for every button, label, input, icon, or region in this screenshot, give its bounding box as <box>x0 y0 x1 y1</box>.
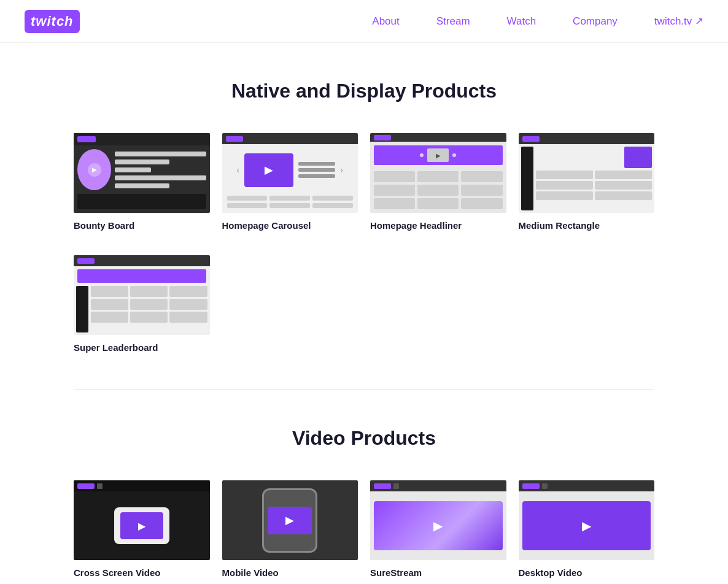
video-product-grid: ▶ Cross Screen Video ▶ Mobile Video <box>74 480 654 578</box>
nav-company[interactable]: Company <box>573 15 618 27</box>
video-section-title: Video Products <box>74 427 654 450</box>
headliner-label: Homepage Headliner <box>370 220 506 231</box>
product-homepage-carousel[interactable]: ‹ ▶ › Homepage Carousel <box>222 133 358 231</box>
medium-rect-label: Medium Rectangle <box>519 220 655 231</box>
nav-about[interactable]: About <box>372 15 399 27</box>
native-product-grid: ▶ Bounty Board ‹ <box>74 133 654 231</box>
nav-watch[interactable]: Watch <box>507 15 536 27</box>
nav-tv-link[interactable]: twitch.tv ↗ <box>654 15 703 28</box>
cross-screen-thumbnail: ▶ <box>74 480 210 560</box>
carousel-thumbnail: ‹ ▶ › <box>222 133 358 213</box>
desktop-video-thumbnail: ▶ <box>519 480 655 560</box>
logo[interactable]: twitch <box>25 10 80 33</box>
cross-screen-label: Cross Screen Video <box>74 567 210 578</box>
mobile-video-label: Mobile Video <box>222 567 358 578</box>
product-medium-rectangle[interactable]: Medium Rectangle <box>519 133 655 231</box>
product-mobile-video[interactable]: ▶ Mobile Video <box>222 480 358 578</box>
section-divider <box>74 390 654 390</box>
main-nav: twitch About Stream Watch Company twitch… <box>0 0 728 43</box>
product-super-leaderboard[interactable]: Super Leaderboard <box>74 255 210 353</box>
super-lb-thumbnail <box>74 255 210 335</box>
bounty-board-thumbnail: ▶ <box>74 133 210 213</box>
super-lb-label: Super Leaderboard <box>74 342 210 353</box>
product-surestream[interactable]: ▶ SureStream <box>370 480 506 578</box>
medium-rect-thumbnail <box>519 133 655 213</box>
mobile-video-thumbnail: ▶ <box>222 480 358 560</box>
surestream-label: SureStream <box>370 567 506 578</box>
bounty-board-label: Bounty Board <box>74 220 210 231</box>
product-desktop-video[interactable]: ▶ Desktop Video <box>519 480 655 578</box>
twitch-logo: twitch <box>25 10 80 33</box>
native-product-grid-row2: Super Leaderboard <box>74 255 654 353</box>
product-bounty-board[interactable]: ▶ Bounty Board <box>74 133 210 231</box>
product-cross-screen-video[interactable]: ▶ Cross Screen Video <box>74 480 210 578</box>
surestream-thumbnail: ▶ <box>370 480 506 560</box>
desktop-video-label: Desktop Video <box>519 567 655 578</box>
native-section-title: Native and Display Products <box>74 80 654 102</box>
nav-stream[interactable]: Stream <box>436 15 470 27</box>
main-content: Native and Display Products ▶ <box>0 43 728 584</box>
product-homepage-headliner[interactable]: ▶ Homepage Headliner <box>370 133 506 231</box>
carousel-label: Homepage Carousel <box>222 220 358 231</box>
headliner-thumbnail: ▶ <box>370 133 506 213</box>
nav-links: About Stream Watch Company <box>372 15 618 28</box>
